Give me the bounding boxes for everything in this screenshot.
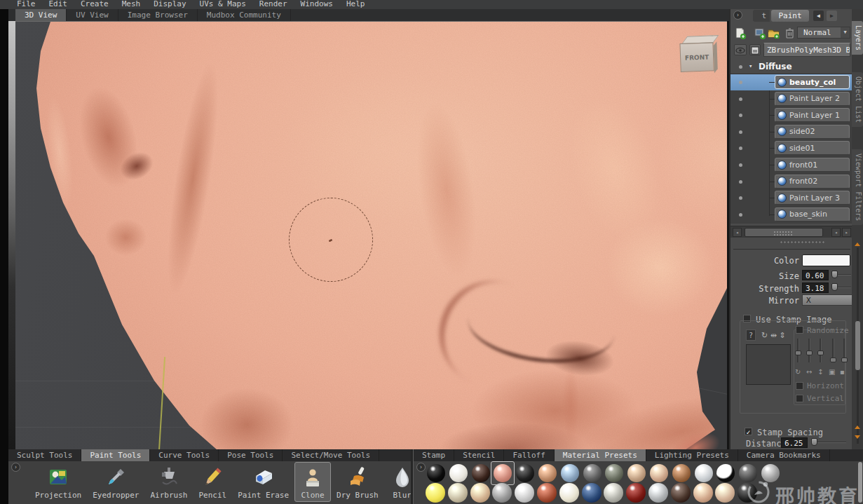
layer-pill[interactable]: side02 xyxy=(775,125,850,139)
tool-projection[interactable]: Projection xyxy=(29,462,87,502)
material-swatch[interactable] xyxy=(582,483,602,503)
menu-help[interactable]: Help xyxy=(346,0,365,9)
material-swatch[interactable] xyxy=(538,464,557,482)
menu-file[interactable]: File xyxy=(17,0,36,9)
side-tab-viewport-filters[interactable]: Viewport Filters xyxy=(852,149,863,225)
panel-tab-prev-button[interactable]: ◀ xyxy=(813,11,824,21)
material-swatch[interactable] xyxy=(605,464,623,482)
3d-viewport[interactable]: FRONT xyxy=(15,21,727,449)
panel-tab-partial[interactable]: t xyxy=(753,10,770,22)
material-swatch[interactable] xyxy=(427,464,445,482)
tab-image-browser[interactable]: Image Browser xyxy=(118,9,198,21)
material-swatch[interactable] xyxy=(449,464,468,482)
material-swatch[interactable] xyxy=(648,483,668,503)
layer-visibility-dot[interactable] xyxy=(739,130,742,134)
layer-pill[interactable]: Paint Layer 2 xyxy=(775,92,850,106)
group-caret-icon[interactable]: ▾ xyxy=(749,62,752,69)
menu-uvs-maps[interactable]: UVs & Maps xyxy=(200,0,246,9)
layer-row[interactable]: side02 xyxy=(731,124,853,140)
vscroll-down-arrow[interactable] xyxy=(855,435,860,439)
side-tab-layers[interactable]: Layers xyxy=(852,21,863,55)
view-cube[interactable]: FRONT xyxy=(679,35,721,74)
tool-pencil[interactable]: Pencil xyxy=(193,462,232,502)
menu-mesh[interactable]: Mesh xyxy=(122,0,141,9)
stamp-spacing-checkbox[interactable]: ✓ xyxy=(745,428,752,435)
layer-visibility-dot[interactable] xyxy=(739,147,742,150)
layer-row[interactable]: side01 xyxy=(731,140,853,156)
randomize-slider-knob[interactable] xyxy=(795,350,801,355)
layer-row[interactable]: Paint Layer 2 xyxy=(731,91,853,107)
menu-create[interactable]: Create xyxy=(81,0,109,9)
material-swatch[interactable] xyxy=(695,464,713,482)
size-slider-knob[interactable] xyxy=(831,271,838,278)
randomize-icon-0[interactable]: ↻ xyxy=(795,368,801,376)
material-swatch[interactable] xyxy=(626,483,646,503)
randomize-slider-knob[interactable] xyxy=(830,357,836,362)
layer-visibility-dot[interactable] xyxy=(739,163,742,167)
tool-eyedropper[interactable]: Eyedropper xyxy=(87,462,144,502)
object-thumbnail-button[interactable] xyxy=(749,44,761,55)
view-cube-front-face[interactable]: FRONT xyxy=(679,42,714,72)
randomize-icon-4[interactable]: ▪ xyxy=(840,368,845,376)
hscroll-left-button[interactable]: ◂ xyxy=(733,228,742,237)
trash-icon[interactable] xyxy=(785,27,794,39)
layer-visibility-dot[interactable] xyxy=(739,97,742,101)
new-layer-icon[interactable] xyxy=(734,27,747,39)
layer-row[interactable]: beauty_col xyxy=(731,74,853,90)
layer-row[interactable]: base_skin xyxy=(731,207,853,223)
view-cube-right-face[interactable] xyxy=(714,41,718,73)
distance-slider-knob[interactable] xyxy=(811,438,817,446)
tray-tab-select-move-tools[interactable]: Select/Move Tools xyxy=(283,449,379,461)
material-swatch[interactable] xyxy=(559,483,579,503)
hscroll-right-button[interactable]: ▸ xyxy=(842,228,851,237)
material-swatch[interactable] xyxy=(426,483,445,503)
strength-input[interactable]: 3.18 xyxy=(802,282,829,293)
layer-visibility-dot[interactable] xyxy=(739,114,742,117)
menu-render[interactable]: Render xyxy=(259,0,287,9)
layer-pill[interactable]: Paint Layer 3 xyxy=(775,191,850,205)
menu-edit[interactable]: Edit xyxy=(49,0,68,9)
layer-visibility-dot[interactable] xyxy=(739,213,742,217)
layer-pill[interactable]: front01 xyxy=(775,158,850,172)
material-swatch[interactable] xyxy=(492,483,512,503)
brush-color-swatch[interactable] xyxy=(802,254,850,266)
tray-tab-falloff[interactable]: Falloff xyxy=(504,449,554,461)
randomize-slider-knob[interactable] xyxy=(841,357,848,362)
randomize-icon-3[interactable]: ▣ xyxy=(829,368,835,376)
diffuse-group-header[interactable]: ▾ Diffuse xyxy=(731,60,853,74)
tab-uv-view[interactable]: UV View xyxy=(67,9,118,21)
tray-tab-paint-tools[interactable]: Paint Tools xyxy=(81,449,150,461)
tray-tab-lighting-presets[interactable]: Lighting Presets xyxy=(646,449,738,461)
material-swatch[interactable] xyxy=(716,464,735,482)
material-swatch[interactable] xyxy=(715,483,735,503)
randomize-slider-knob[interactable] xyxy=(806,350,813,355)
menu-display[interactable]: Display xyxy=(154,0,186,9)
layer-pill[interactable]: base_skin xyxy=(775,207,850,222)
object-visibility-button[interactable] xyxy=(734,44,747,55)
tab-mudbox-community[interactable]: Mudbox Community xyxy=(198,9,291,21)
layer-pill[interactable]: side01 xyxy=(775,141,850,155)
panel-collapse-button[interactable]: › xyxy=(733,11,742,20)
material-swatch[interactable] xyxy=(472,464,490,482)
import-layer-icon[interactable] xyxy=(754,27,766,39)
stamp-transform-icons[interactable]: ↻ ⇹ ⇕ xyxy=(761,331,786,340)
vscroll-up-arrow[interactable] xyxy=(855,243,860,246)
layer-list-hscrollbar[interactable]: ◂ ◂ ▸ xyxy=(731,226,853,238)
tray-collapse-button[interactable]: › xyxy=(11,463,20,472)
material-swatch[interactable] xyxy=(537,483,557,503)
tray-tab-sculpt-tools[interactable]: Sculpt Tools xyxy=(8,449,81,461)
side-tab-object-list[interactable]: Object List xyxy=(852,72,863,127)
layer-row[interactable]: front02 xyxy=(731,174,853,190)
material-swatch[interactable] xyxy=(671,483,691,503)
tray-tab-stencil[interactable]: Stencil xyxy=(454,449,504,461)
tray-tab-stamp[interactable]: Stamp xyxy=(414,449,454,461)
tool-clone[interactable]: Clone xyxy=(294,462,331,502)
randomize-slider-knob[interactable] xyxy=(817,350,824,355)
hscroll-thumb[interactable] xyxy=(745,228,823,237)
distance-slider-track[interactable] xyxy=(813,442,846,443)
randomize-checkbox[interactable] xyxy=(796,326,803,334)
material-swatch[interactable] xyxy=(627,464,646,482)
hscroll-left-button-2[interactable]: ◂ xyxy=(831,228,841,237)
randomize-icon-1[interactable]: ↔ xyxy=(806,368,812,376)
material-swatch[interactable] xyxy=(448,483,468,503)
